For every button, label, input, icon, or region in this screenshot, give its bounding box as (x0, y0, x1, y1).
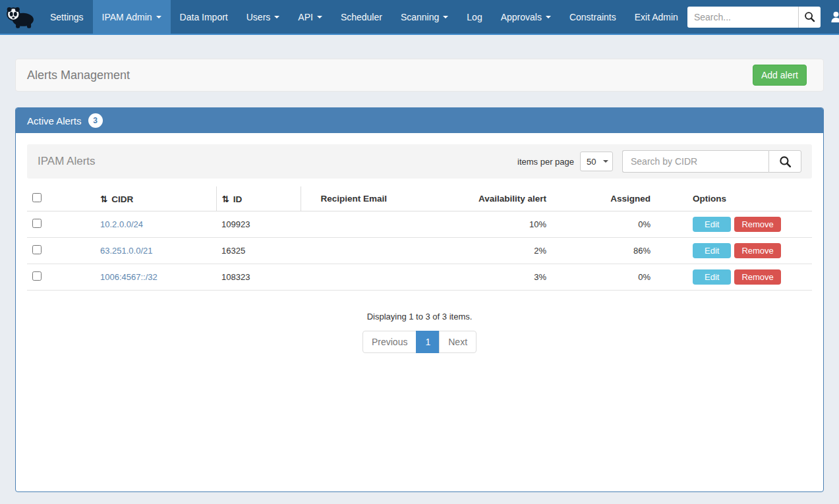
assigned-cell: 0% (548, 264, 652, 291)
person-icon (830, 11, 839, 23)
nav-item-label: Log (467, 12, 482, 22)
remove-button[interactable]: Remove (734, 243, 780, 258)
magnifier-icon (779, 155, 792, 168)
pagination-previous[interactable]: Previous (362, 331, 417, 353)
nav-item-label: Constraints (569, 12, 616, 22)
row-checkbox[interactable] (32, 219, 42, 228)
pagination-page-1[interactable]: 1 (416, 331, 440, 353)
toolbar-right: items per page 50 (517, 150, 801, 173)
nav-item-scanning[interactable]: Scanning (391, 0, 457, 34)
chevron-down-icon (156, 16, 161, 18)
table-header-row: ⇅CIDR ⇅ID Recipient Email Availability a… (27, 186, 812, 211)
remove-button[interactable]: Remove (734, 269, 780, 285)
edit-button[interactable]: Edit (693, 217, 731, 232)
header-id-label: ID (233, 194, 243, 204)
options-cell: Edit Remove (652, 264, 812, 291)
page-header-bar: Alerts Management Add alert (15, 59, 824, 92)
header-recipient-email: Recipient Email (301, 186, 429, 211)
options-cell: Edit Remove (652, 238, 812, 264)
header-cidr-label: CIDR (111, 194, 133, 204)
row-select-cell (27, 238, 90, 264)
chevron-down-icon (317, 16, 322, 18)
nav-item-label: Settings (50, 12, 84, 22)
row-checkbox[interactable] (32, 245, 42, 254)
panel-body: IPAM Alerts items per page 50 (16, 133, 823, 491)
panda-logo-icon (5, 4, 36, 30)
pagination: Previous 1 Next (27, 331, 812, 353)
user-menu[interactable] (830, 11, 839, 23)
chevron-down-icon (546, 16, 551, 18)
pagination-next[interactable]: Next (439, 331, 477, 353)
navbar-search-group (687, 7, 821, 28)
section-title: IPAM Alerts (38, 155, 96, 168)
alerts-table: ⇅CIDR ⇅ID Recipient Email Availability a… (27, 186, 812, 291)
sort-icon: ⇅ (100, 194, 107, 204)
nav-item-approvals[interactable]: Approvals (492, 0, 560, 34)
cidr-cell: 63.251.0.0/21 (90, 238, 216, 264)
nav-item-label: Exit Admin (635, 12, 678, 22)
pagination-summary: Displaying 1 to 3 of 3 items. (27, 312, 812, 322)
cidr-search-input[interactable] (622, 150, 768, 173)
cidr-link[interactable]: 1006:4567::/32 (100, 272, 158, 282)
id-cell: 16325 (216, 238, 301, 264)
assigned-cell: 86% (548, 238, 652, 264)
navbar-search-button[interactable] (798, 7, 821, 28)
recipient-email-cell (301, 264, 429, 291)
nav-item-settings[interactable]: Settings (41, 0, 93, 34)
edit-button[interactable]: Edit (693, 243, 731, 258)
availability-cell: 3% (429, 264, 548, 291)
nav-item-label: Data Import (180, 12, 228, 22)
table-row: 63.251.0.0/21 16325 2% 86% Edit Remove (27, 238, 812, 264)
alerts-table-body: 10.2.0.0/24 109923 10% 0% Edit Remove (27, 211, 812, 291)
top-navbar: SettingsIPAM AdminData ImportUsersAPISch… (0, 0, 839, 35)
header-options: Options (652, 186, 812, 211)
main-content: Alerts Management Add alert Active Alert… (0, 59, 839, 492)
id-cell: 108323 (216, 264, 301, 291)
nav-item-exit-admin[interactable]: Exit Admin (625, 0, 687, 34)
magnifier-icon (804, 11, 815, 22)
availability-cell: 10% (429, 211, 548, 238)
navbar-search-input[interactable] (687, 7, 798, 28)
cidr-cell: 1006:4567::/32 (90, 264, 216, 291)
select-all-header (27, 186, 90, 211)
header-assigned: Assigned (548, 186, 652, 211)
nav-item-scheduler[interactable]: Scheduler (332, 0, 391, 34)
recipient-email-cell (301, 211, 429, 238)
navbar-menu: SettingsIPAM AdminData ImportUsersAPISch… (41, 0, 687, 34)
chevron-down-icon (274, 16, 279, 18)
select-all-checkbox[interactable] (32, 193, 42, 202)
nav-item-label: IPAM Admin (102, 12, 152, 22)
nav-item-constraints[interactable]: Constraints (560, 0, 625, 34)
cidr-search-button[interactable] (768, 150, 801, 173)
row-select-cell (27, 211, 90, 238)
nav-item-label: Users (246, 12, 271, 22)
row-checkbox[interactable] (32, 271, 42, 281)
header-cidr[interactable]: ⇅CIDR (90, 186, 216, 211)
nav-item-label: API (298, 12, 313, 22)
add-alert-button[interactable]: Add alert (753, 65, 807, 86)
app-logo[interactable] (0, 0, 41, 34)
options-cell: Edit Remove (652, 211, 812, 238)
alert-count-badge: 3 (88, 113, 103, 128)
assigned-cell: 0% (548, 211, 652, 238)
id-cell: 109923 (216, 211, 301, 238)
row-select-cell (27, 264, 90, 291)
header-id[interactable]: ⇅ID (216, 186, 301, 211)
recipient-email-cell (301, 238, 429, 264)
cidr-search-group (622, 150, 801, 173)
table-row: 10.2.0.0/24 109923 10% 0% Edit Remove (27, 211, 812, 238)
header-availability-alert: Availability alert (429, 186, 548, 211)
table-row: 1006:4567::/32 108323 3% 0% Edit Remove (27, 264, 812, 291)
nav-item-log[interactable]: Log (457, 0, 491, 34)
edit-button[interactable]: Edit (693, 269, 731, 285)
page-title: Alerts Management (27, 69, 130, 82)
items-per-page-select[interactable]: 50 (580, 152, 613, 171)
cidr-link[interactable]: 10.2.0.0/24 (100, 219, 143, 229)
remove-button[interactable]: Remove (734, 217, 780, 232)
cidr-link[interactable]: 63.251.0.0/21 (100, 246, 153, 256)
nav-item-data-import[interactable]: Data Import (171, 0, 237, 34)
nav-item-users[interactable]: Users (237, 0, 289, 34)
nav-item-ipam-admin[interactable]: IPAM Admin (93, 0, 171, 34)
nav-item-api[interactable]: API (289, 0, 332, 34)
items-per-page-select-wrap: 50 (580, 152, 613, 171)
